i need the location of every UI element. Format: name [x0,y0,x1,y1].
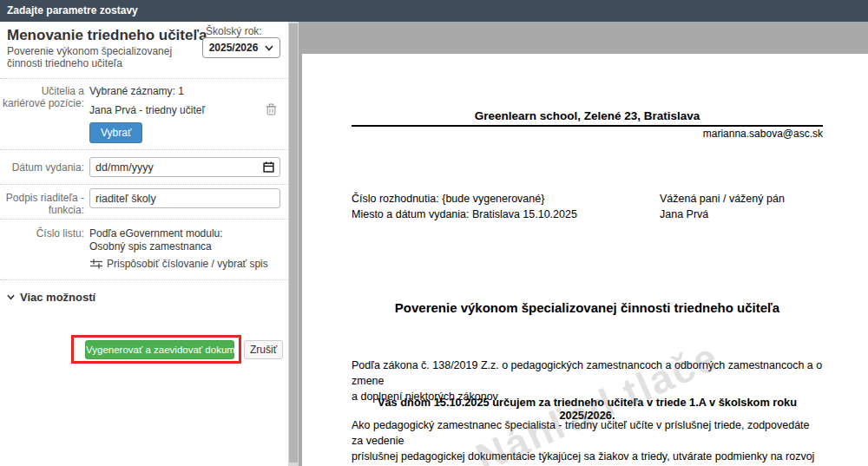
more-options-label: Viac možností [20,291,95,304]
customize-numbering-label: Prispôsobiť číslovanie / vybrať spis [107,258,268,270]
divider [0,279,288,280]
paragraph-duties: Ako pedagogický zamestnanec špecialista … [352,417,823,466]
egov-module-line1: Podľa eGovernment modulu: [89,227,223,240]
dialog-title: Zadajte parametre zostavy [7,4,138,16]
issue-date-input[interactable] [89,157,280,177]
signature-input[interactable] [89,188,280,208]
paragraph-duties-line: príslušnej pedagogickej dokumentácie týk… [352,449,823,466]
divider [0,184,288,185]
paragraph-law-line: Podľa zákona č. 138/2019 Z.z. o pedagogi… [352,358,823,389]
selected-records-count: Vybrané záznamy: 1 [89,85,184,97]
divider [0,219,288,220]
chevron-down-icon [265,45,273,51]
calendar-icon[interactable] [263,161,275,174]
more-options-toggle[interactable]: Viac možností [7,291,95,304]
generate-documents-button[interactable]: Vygenerovať a zaevidovať dokumenty [85,340,234,359]
cancel-button[interactable]: Zrušiť [244,340,283,359]
divider [0,149,288,150]
document-page: Greenlearn school, Zelené 23, Bratislava… [302,54,868,466]
teachers-label: Učitelia a kariérové pozície: [0,85,84,109]
school-header: Greenlearn school, Zelené 23, Bratislava [352,109,823,127]
scrollbar-thumb[interactable] [289,23,298,463]
parameters-panel: Menovanie triedneho učiteľa Poverenie vý… [0,22,288,466]
signature-label: Podpis riaditeľa - funkcia: [0,192,84,216]
chevron-down-icon [7,294,15,300]
tune-icon [90,259,102,269]
dialog-titlebar: Zadajte parametre zostavy [0,0,868,22]
document-preview: Greenlearn school, Zelené 23, Bratislava… [299,22,868,466]
customize-numbering-link[interactable]: Prispôsobiť číslovanie / vybrať spis [90,258,268,270]
paragraph-duties-line: Ako pedagogický zamestnanec špecialista … [352,417,823,449]
issue-date-label: Dátum vydania: [0,161,84,174]
document-title: Poverenie výkonom špecializovanej činnos… [352,300,823,315]
report-title: Menovanie triedneho učiteľa [7,27,207,44]
selected-teacher-item: Jana Prvá - triedny učiteľ [89,104,205,116]
choose-teacher-button[interactable]: Vybrať [89,122,142,143]
place-and-date: Miesto a dátum vydania: Bratislava 15.10… [352,208,577,220]
divider [0,78,288,79]
school-email: marianna.sabova@asc.sk [352,128,823,140]
school-year-label: Školský rok: [206,25,262,37]
letter-number-label: Číslo listu: [0,227,84,240]
salutation: Vážená pani / vážený pán [660,193,785,205]
egov-module-line2: Osobný spis zamestnanca [89,240,212,253]
trash-icon[interactable] [266,103,279,117]
school-year-select[interactable]: 2025/2026 [202,37,280,58]
decision-number: Číslo rozhodnutia: {bude vygenerované} [352,193,544,205]
recipient-name: Jana Prvá [660,208,708,220]
report-subtitle: Poverenie výkonom špecializovanej činnos… [7,45,200,69]
school-year-value: 2025/2026 [209,42,259,54]
panel-scrollbar[interactable] [288,22,299,466]
